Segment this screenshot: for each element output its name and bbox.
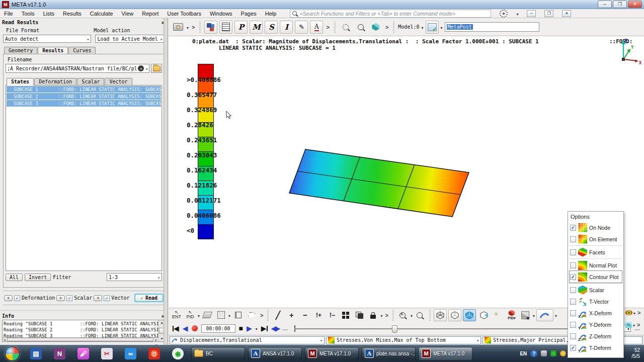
option-on-node[interactable]: On Node xyxy=(570,222,622,233)
record-button[interactable] xyxy=(192,325,198,331)
zoom-n-button[interactable]: n xyxy=(397,309,409,322)
scalar-checkbox[interactable] xyxy=(66,295,72,301)
clear-field-icon[interactable] xyxy=(138,65,144,71)
view-cube-button[interactable] xyxy=(369,21,382,34)
t-vector-checkbox[interactable] xyxy=(570,299,576,305)
area-select-button[interactable] xyxy=(215,309,227,322)
zoom-area-button[interactable] xyxy=(339,21,352,34)
option-y-deform[interactable]: Y Y-Deform xyxy=(570,319,622,330)
entity-settings-button[interactable] xyxy=(519,309,531,322)
annotation-button[interactable]: A xyxy=(310,21,323,34)
play-dropdown-icon[interactable] xyxy=(256,325,258,331)
quicklaunch-green-app-icon[interactable]: ◉ xyxy=(172,348,184,359)
lock-view-button[interactable] xyxy=(367,309,379,322)
add-button[interactable]: + xyxy=(285,309,297,322)
option-contour-plot[interactable]: Contour Plot xyxy=(570,271,622,283)
vector-expand-button[interactable] xyxy=(94,295,102,301)
menu-view[interactable]: View xyxy=(122,11,134,17)
panel-scrollbar[interactable] xyxy=(164,18,168,345)
menu-windows[interactable]: Windows xyxy=(210,11,232,17)
more-icon[interactable]: … xyxy=(282,325,288,331)
wireframe-mode-button[interactable] xyxy=(434,309,447,321)
tab-deformation[interactable]: Deformation xyxy=(34,78,76,85)
deformation-checkbox[interactable] xyxy=(14,295,20,301)
iso-donut-icon[interactable] xyxy=(625,310,632,315)
menu-results[interactable]: Results xyxy=(63,11,82,17)
select-pid-button[interactable]: ↖PID xyxy=(184,309,196,322)
copy-visible-button[interactable] xyxy=(232,309,244,322)
apply-pages-dropdown-icon[interactable] xyxy=(441,24,443,30)
x-deform-checkbox[interactable] xyxy=(570,310,576,316)
show-all-button[interactable] xyxy=(340,309,352,322)
lock-dropdown-icon[interactable] xyxy=(380,312,382,318)
expand-icon[interactable] xyxy=(636,322,641,328)
child-restore-button[interactable]: ❐ xyxy=(544,10,553,17)
resultset-combo-vonmises[interactable]: Stresses,Von Mises,Max of Top Bottom xyxy=(326,336,481,344)
tray-language[interactable]: EN xyxy=(520,351,527,356)
on-node-checkbox[interactable] xyxy=(570,225,576,231)
model-action-select[interactable]: Load to Active Model xyxy=(95,35,165,43)
z-deform-checkbox[interactable] xyxy=(570,333,576,339)
tab-geometry[interactable]: Geometry xyxy=(4,47,37,54)
expand-icon[interactable] xyxy=(636,310,641,316)
expand-icon[interactable] xyxy=(384,24,389,30)
dropdown-icon[interactable] xyxy=(633,322,635,328)
snapshot-button[interactable] xyxy=(172,21,185,34)
tray-help-icon[interactable]: ? xyxy=(530,350,537,357)
browse-file-button[interactable] xyxy=(151,64,162,73)
tools-button[interactable]: ✎ xyxy=(295,21,308,34)
on-element-checkbox[interactable] xyxy=(570,236,576,242)
model-selector-dropdown-icon[interactable] xyxy=(421,24,423,30)
quicklaunch-onenote-icon[interactable]: N xyxy=(54,348,65,359)
normal-plot-checkbox[interactable] xyxy=(570,262,576,268)
vector-checkbox[interactable] xyxy=(104,295,110,301)
option-t-deform[interactable]: T T-Deform xyxy=(570,342,622,353)
y-deform-checkbox[interactable] xyxy=(570,322,576,328)
first-state-button[interactable]: ◀ xyxy=(173,325,179,332)
tray-gold-icon[interactable] xyxy=(560,350,566,356)
quicklaunch-paint-icon[interactable]: 🖌 xyxy=(77,348,89,359)
tab-curves[interactable]: Curves xyxy=(68,47,96,54)
stop-button[interactable]: ■ xyxy=(239,325,243,332)
option-t-vector[interactable]: T-Vector xyxy=(570,296,622,307)
resultset-combo-displacements[interactable]: Displacements,Translational xyxy=(170,336,325,344)
quicklaunch-cloud-icon[interactable]: ∞ xyxy=(125,348,136,359)
add-only-button[interactable]: !+ xyxy=(312,309,325,322)
menu-report[interactable]: Report xyxy=(142,11,158,17)
expand-icon[interactable] xyxy=(191,24,196,30)
remove-only-button[interactable]: !− xyxy=(326,309,338,322)
slider-handle[interactable] xyxy=(392,325,397,333)
quicklaunch-media-icon[interactable]: ▤ xyxy=(30,348,42,359)
play-backward-button[interactable]: ◀ xyxy=(183,325,188,332)
deform-tool-dropdown-icon[interactable] xyxy=(555,312,557,318)
remove-button[interactable]: − xyxy=(299,309,311,322)
states-manager-button[interactable]: S xyxy=(265,21,278,34)
menu-help[interactable]: Help xyxy=(265,11,277,17)
quicklaunch-trademanager-icon[interactable]: ♉ xyxy=(148,348,160,359)
search-options-dropdown-icon[interactable] xyxy=(516,11,518,17)
animation-slider[interactable] xyxy=(294,324,608,332)
metapost-field[interactable]: MetaPost xyxy=(445,22,539,32)
percent-icon[interactable]: % xyxy=(625,322,632,328)
child-close-button[interactable]: ✕ xyxy=(562,10,571,17)
deformation-expand-button[interactable] xyxy=(4,295,13,301)
flip-tool-button[interactable] xyxy=(201,309,213,322)
option-scalar[interactable]: Scalar xyxy=(570,284,622,296)
light-button[interactable] xyxy=(492,309,504,322)
tile-windows-button[interactable] xyxy=(204,21,217,34)
option-normal-plot[interactable]: Normal Plot xyxy=(570,259,622,271)
filename-input[interactable]: ;A_Recorder/ANSA4NASTRAN/Nastran_file/BC… xyxy=(6,64,149,73)
contour-plot-checkbox[interactable] xyxy=(570,274,576,280)
taskbar-button-meta2[interactable]: M META v17.1.0 xyxy=(419,347,472,360)
filename-history-dropdown-icon[interactable] xyxy=(145,66,148,71)
filter-select[interactable]: 1-3 xyxy=(107,273,162,281)
menu-calculate[interactable]: Calculate xyxy=(90,11,113,17)
lasso-select-button[interactable] xyxy=(246,309,258,322)
state-row[interactable]: SUBCASE 2::FORD: LINEAR STATIC ANALYSIS:… xyxy=(7,93,161,100)
scalar-expand-button[interactable] xyxy=(56,295,65,301)
entity-settings-dropdown-icon[interactable] xyxy=(533,312,535,318)
tab-states[interactable]: States xyxy=(7,78,34,85)
area-select-dropdown-icon[interactable] xyxy=(228,312,230,318)
menu-lists[interactable]: Lists xyxy=(43,11,54,17)
maximize-button[interactable]: ❐ xyxy=(613,1,627,8)
